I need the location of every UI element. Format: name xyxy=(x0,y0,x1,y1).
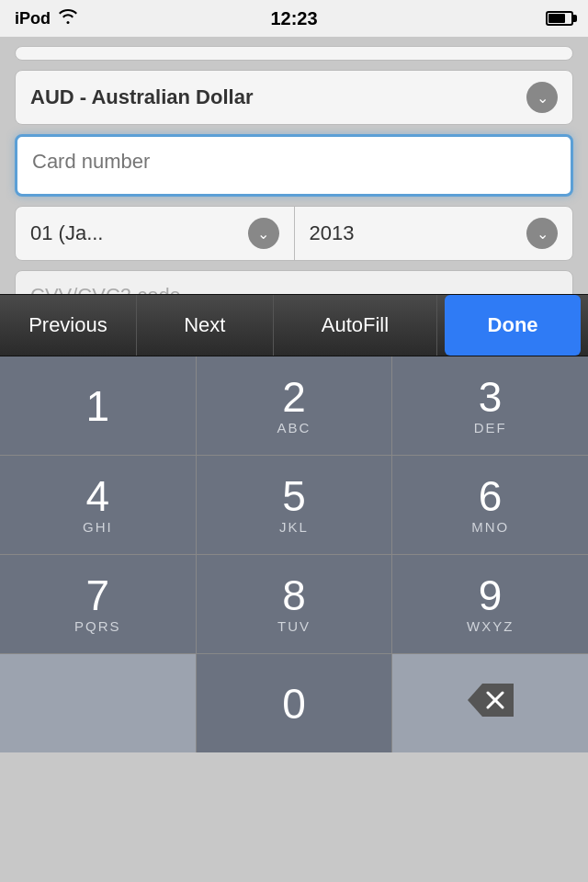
month-chevron-icon: ⌄ xyxy=(248,218,279,249)
keyboard-toolbar: Previous Next AutoFill Done xyxy=(0,294,588,356)
card-number-input[interactable] xyxy=(32,150,556,174)
key-8[interactable]: 8 TUV xyxy=(197,555,392,653)
key-9[interactable]: 9 WXYZ xyxy=(392,555,588,653)
autofill-button[interactable]: AutoFill xyxy=(274,295,437,356)
numeric-keyboard: 1 2 ABC 3 DEF 4 GHI 5 JKL 6 MNO 7 PQRS 8… xyxy=(0,356,588,752)
currency-chevron-icon: ⌄ xyxy=(526,82,558,113)
key-0[interactable]: 0 xyxy=(197,654,392,752)
key-5[interactable]: 5 JKL xyxy=(197,456,392,554)
key-4[interactable]: 4 GHI xyxy=(0,456,196,554)
key-1[interactable]: 1 xyxy=(0,356,196,455)
delete-key[interactable] xyxy=(392,654,588,752)
date-row: 01 (Ja... ⌄ 2013 ⌄ xyxy=(15,206,573,261)
device-label: iPod xyxy=(15,9,51,28)
form-area: AUD - Australian Dollar ⌄ 01 (Ja... ⌄ 20… xyxy=(0,37,588,294)
delete-icon xyxy=(468,684,514,724)
previous-button[interactable]: Previous xyxy=(0,295,137,356)
key-empty xyxy=(0,654,196,752)
done-button[interactable]: Done xyxy=(445,295,581,356)
svg-marker-0 xyxy=(468,684,514,717)
next-button[interactable]: Next xyxy=(137,295,274,356)
month-label: 01 (Ja... xyxy=(30,221,103,245)
key-7[interactable]: 7 PQRS xyxy=(0,555,196,653)
wifi-icon xyxy=(58,9,78,28)
month-dropdown[interactable]: 01 (Ja... ⌄ xyxy=(16,207,295,260)
battery-icon xyxy=(546,11,573,26)
form-container: AUD - Australian Dollar ⌄ 01 (Ja... ⌄ 20… xyxy=(0,37,588,294)
key-2[interactable]: 2 ABC xyxy=(197,356,392,455)
year-label: 2013 xyxy=(310,221,355,245)
key-3[interactable]: 3 DEF xyxy=(392,356,588,455)
currency-dropdown[interactable]: AUD - Australian Dollar ⌄ xyxy=(15,70,573,125)
time-display: 12:23 xyxy=(270,8,317,29)
card-number-field[interactable] xyxy=(15,134,573,197)
currency-label: AUD - Australian Dollar xyxy=(30,85,253,109)
cvv-field[interactable]: CVV/CVC2 code xyxy=(15,270,573,294)
year-chevron-icon: ⌄ xyxy=(526,218,558,249)
cvv-placeholder: CVV/CVC2 code xyxy=(30,284,181,294)
status-bar: iPod 12:23 xyxy=(0,0,588,37)
year-dropdown[interactable]: 2013 ⌄ xyxy=(295,207,573,260)
key-6[interactable]: 6 MNO xyxy=(392,456,588,554)
